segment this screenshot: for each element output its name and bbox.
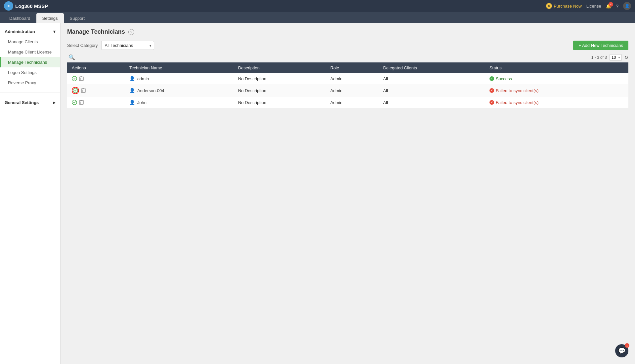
col-technician-name: Technician Name [125, 62, 233, 73]
fab-badge: 1 [625, 343, 629, 348]
technician-name: admin [137, 76, 149, 81]
sidebar-item-reverse-proxy[interactable]: Reverse Proxy [0, 78, 60, 88]
administration-label: Administration [5, 29, 35, 34]
license-link[interactable]: License [586, 4, 601, 9]
delegated-clients-cell: All [378, 73, 485, 84]
actions-cell [67, 84, 125, 97]
app-logo: Log360 MSSP [4, 1, 48, 11]
tab-settings[interactable]: Settings [36, 13, 64, 23]
edit-button[interactable] [72, 87, 79, 94]
top-nav-right: $ Purchase Now License 🔔 4 ? 👤 [546, 2, 631, 10]
search-button[interactable]: 🔍 [67, 54, 76, 61]
chat-fab-button[interactable]: 💬 1 [615, 344, 628, 357]
add-new-technicians-button[interactable]: + Add New Technicians [573, 41, 628, 50]
chevron-right-icon: ▸ [53, 100, 56, 105]
manage-clients-label: Manage Clients [8, 39, 38, 44]
table-row: 👤Anderson-004No DescriptionAdminAll ✕ Fa… [67, 84, 628, 97]
svg-point-1 [72, 76, 77, 81]
delete-button[interactable] [79, 76, 84, 81]
edit-button[interactable] [72, 100, 77, 105]
description-cell: No Description [233, 73, 326, 84]
main-content: Manage Technicians ? Select Category All… [61, 23, 635, 364]
edit-button[interactable] [72, 76, 77, 81]
notification-bell[interactable]: 🔔 4 [606, 4, 611, 9]
help-icon[interactable]: ? [616, 3, 618, 9]
technician-name-cell: 👤Anderson-004 [125, 84, 233, 97]
actions-cell [67, 97, 125, 108]
status-success-icon: ✓ [489, 76, 494, 81]
status-label: Failed to sync client(s) [496, 100, 538, 105]
svg-rect-4 [81, 89, 85, 92]
user-icon: 👤 [129, 100, 135, 105]
svg-rect-6 [79, 101, 83, 104]
tab-support[interactable]: Support [64, 13, 91, 23]
status-cell: ✕ Failed to sync client(s) [485, 84, 628, 97]
general-settings-section: General Settings ▸ [0, 94, 60, 111]
per-page-wrapper: 10 25 50 [610, 54, 622, 61]
user-icon: 👤 [129, 88, 135, 93]
logon-settings-label: Logon Settings [8, 70, 37, 75]
page-help-icon[interactable]: ? [128, 29, 134, 35]
sidebar-item-logon-settings[interactable]: Logon Settings [0, 67, 60, 78]
top-navigation: Log360 MSSP $ Purchase Now License 🔔 4 ?… [0, 0, 635, 12]
notification-badge: 4 [609, 2, 613, 7]
table-body: 👤adminNo DescriptionAdminAll ✓ Success 👤… [67, 73, 628, 108]
status-label: Failed to sync client(s) [496, 88, 538, 93]
delegated-clients-cell: All [378, 97, 485, 108]
col-description: Description [233, 62, 326, 73]
app-name: Log360 MSSP [15, 3, 48, 9]
role-cell: Admin [326, 97, 379, 108]
delete-button[interactable] [79, 100, 84, 105]
filter-row: Select Category All Technicians ▾ + Add … [67, 41, 628, 50]
page-title: Manage Technicians [67, 28, 125, 35]
category-select[interactable]: All Technicians [101, 41, 154, 50]
status-cell: ✕ Failed to sync client(s) [485, 97, 628, 108]
purchase-icon: $ [546, 3, 552, 9]
col-delegated-clients: Delegated Clients [378, 62, 485, 73]
per-page-select[interactable]: 10 25 50 [610, 54, 622, 61]
manage-technicians-label: Manage Technicians [8, 60, 47, 65]
role-cell: Admin [326, 84, 379, 97]
actions-cell [67, 73, 125, 84]
sidebar-item-manage-technicians[interactable]: Manage Technicians [0, 57, 60, 67]
status-success: ✓ Success [489, 76, 624, 81]
col-actions: Actions [67, 62, 125, 73]
filter-left: Select Category All Technicians ▾ [67, 41, 154, 50]
main-layout: Administration ▾ Manage Clients Manage C… [0, 23, 635, 364]
table-row: 👤JohnNo DescriptionAdminAll ✕ Failed to … [67, 97, 628, 108]
chevron-down-icon: ▾ [53, 29, 56, 34]
status-error-icon: ✕ [489, 88, 494, 93]
delete-button[interactable] [81, 88, 86, 93]
status-cell: ✓ Success [485, 73, 628, 84]
pagination-text: 1 - 3 of 3 [591, 55, 607, 60]
select-category-label: Select Category [67, 43, 98, 48]
purchase-label: Purchase Now [554, 4, 582, 9]
user-avatar[interactable]: 👤 [623, 2, 631, 10]
technicians-table: Actions Technician Name Description Role… [67, 62, 628, 108]
sidebar-divider [0, 92, 60, 93]
user-icon: 👤 [129, 76, 135, 81]
tab-bar: Dashboard Settings Support [0, 12, 635, 23]
col-role: Role [326, 62, 379, 73]
col-status: Status [485, 62, 628, 73]
table-row: 👤adminNo DescriptionAdminAll ✓ Success [67, 73, 628, 84]
sidebar-item-manage-client-license[interactable]: Manage Client License [0, 47, 60, 57]
refresh-button[interactable]: ↻ [624, 55, 628, 60]
table-toolbar: 🔍 1 - 3 of 3 10 25 50 ↻ [67, 54, 628, 61]
category-select-wrapper: All Technicians ▾ [101, 41, 154, 50]
administration-header[interactable]: Administration ▾ [0, 26, 60, 37]
tab-dashboard[interactable]: Dashboard [3, 13, 36, 23]
general-settings-label: General Settings [5, 100, 39, 105]
svg-point-3 [73, 88, 78, 93]
general-settings-header[interactable]: General Settings ▸ [0, 97, 60, 108]
purchase-now-link[interactable]: $ Purchase Now [546, 3, 582, 9]
sidebar: Administration ▾ Manage Clients Manage C… [0, 23, 61, 364]
reverse-proxy-label: Reverse Proxy [8, 80, 36, 85]
status-error: ✕ Failed to sync client(s) [489, 100, 624, 105]
sidebar-item-manage-clients[interactable]: Manage Clients [0, 37, 60, 47]
table-header-row: Actions Technician Name Description Role… [67, 62, 628, 73]
status-label: Success [496, 76, 512, 81]
manage-client-license-label: Manage Client License [8, 50, 52, 55]
status-error: ✕ Failed to sync client(s) [489, 88, 624, 93]
technician-name: John [137, 100, 147, 105]
